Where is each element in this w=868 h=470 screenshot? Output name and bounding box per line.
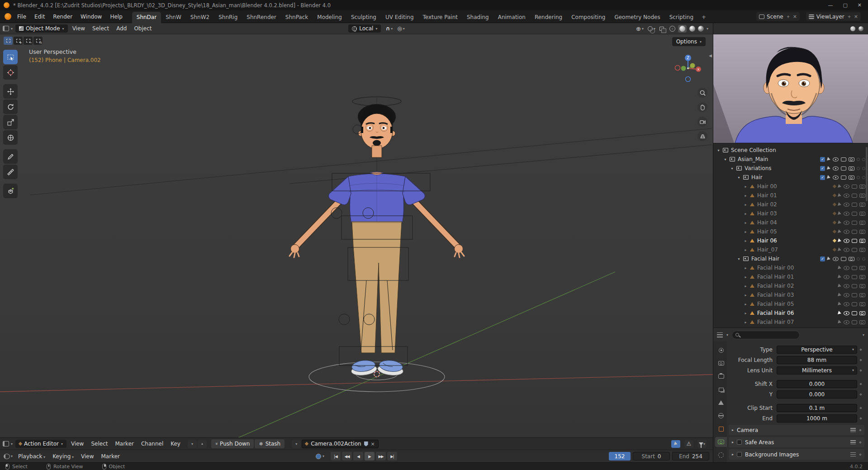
gizmos-dropdown[interactable]: ▾	[642, 27, 644, 31]
property-number-field[interactable]: 88 mm	[777, 356, 857, 364]
hide-eye-icon[interactable]	[844, 311, 849, 315]
fake-user-shield-icon[interactable]	[364, 442, 368, 446]
expand-arrow-icon[interactable]: ▸	[743, 194, 748, 198]
layer-prev-button[interactable]: ▾	[188, 440, 197, 448]
hide-eye-icon[interactable]	[844, 302, 849, 306]
collection-checkbox[interactable]: ✓	[820, 256, 825, 261]
disable-viewport-icon[interactable]	[852, 248, 857, 252]
holdout-icon[interactable]	[857, 176, 860, 179]
disable-render-icon[interactable]	[859, 302, 865, 306]
properties-tab-render[interactable]	[715, 358, 727, 368]
property-number-field[interactable]: 0.000	[777, 380, 857, 388]
animate-property-button[interactable]	[857, 383, 864, 385]
workspace-tab-shnrig[interactable]: ShnRig	[214, 12, 242, 23]
snap-magnet-icon[interactable]: ∩	[385, 26, 390, 31]
only-show-selected-button[interactable]	[671, 440, 680, 448]
expand-arrow-icon[interactable]: ▸	[743, 266, 748, 270]
stash-button[interactable]: ❄ Stash	[255, 439, 285, 448]
shading-material-button[interactable]	[689, 26, 695, 32]
outliner-row[interactable]: ▸Hair 06	[713, 236, 868, 245]
expand-arrow-icon[interactable]: ▸	[743, 230, 748, 234]
tool-transform[interactable]	[3, 130, 18, 145]
animate-property-button[interactable]	[857, 370, 864, 371]
properties-tab-object[interactable]	[715, 424, 727, 434]
panel-menu-icon[interactable]	[850, 452, 856, 456]
hide-eye-icon[interactable]	[844, 239, 849, 243]
disable-render-icon[interactable]	[859, 239, 865, 243]
selectability-icon[interactable]	[838, 266, 842, 270]
tool-annotate[interactable]	[3, 149, 18, 164]
disable-viewport-icon[interactable]	[841, 176, 846, 180]
play-reverse-button[interactable]: ◀	[353, 452, 363, 461]
panel-section-safe-areas[interactable]: ▸Safe Areas	[729, 437, 864, 447]
tool-scale[interactable]	[3, 115, 18, 129]
disable-viewport-icon[interactable]	[841, 157, 846, 161]
preview-shading-icon[interactable]	[850, 26, 855, 31]
workspace-tab-uv-editing[interactable]: UV Editing	[381, 12, 418, 23]
new-scene-button[interactable]: ＋	[786, 13, 791, 20]
hide-eye-icon[interactable]	[844, 293, 849, 297]
dope-editor-type-dropdown[interactable]: ▾	[11, 442, 13, 446]
outliner-row[interactable]: ▸Hair 04	[713, 218, 868, 227]
browse-action-button[interactable]: ▾	[292, 440, 301, 448]
timeline-menu-keying[interactable]: Keying ▾	[49, 452, 77, 461]
expand-arrow-icon[interactable]: ▸	[743, 239, 748, 243]
disable-render-icon[interactable]	[859, 266, 865, 270]
collection-checkbox[interactable]: ✓	[820, 175, 825, 180]
workspace-tab-animation[interactable]: Animation	[493, 12, 530, 23]
expand-arrow-icon[interactable]: ▾	[736, 176, 741, 180]
indirect-only-icon[interactable]	[862, 167, 865, 170]
hide-eye-icon[interactable]	[844, 320, 849, 324]
dope-menu-key[interactable]: Key	[167, 440, 184, 448]
outliner-row[interactable]: ▾Scene Collection	[713, 146, 868, 155]
hide-eye-icon[interactable]	[833, 157, 839, 161]
minimize-button[interactable]: —	[828, 2, 833, 8]
filter-button[interactable]: ▾	[697, 440, 707, 448]
proportional-editing-icon[interactable]: ◎	[397, 26, 402, 31]
disable-viewport-icon[interactable]	[852, 311, 857, 315]
push-down-button[interactable]: « Push Down	[211, 439, 254, 448]
outliner-row[interactable]: ▸Hair 01	[713, 191, 868, 200]
disable-render-icon[interactable]	[859, 194, 865, 198]
disable-viewport-icon[interactable]	[852, 194, 857, 198]
disable-viewport-icon[interactable]	[841, 257, 846, 261]
selectability-icon[interactable]	[838, 311, 842, 315]
disable-render-icon[interactable]	[859, 320, 865, 324]
expand-arrow-icon[interactable]: ▸	[743, 284, 748, 288]
panel-menu-icon[interactable]	[850, 428, 856, 432]
dope-menu-select[interactable]: Select	[87, 440, 111, 448]
timeline-editor-icon[interactable]	[4, 454, 10, 459]
disable-viewport-icon[interactable]	[852, 275, 857, 279]
menu-help[interactable]: Help	[106, 12, 126, 21]
animate-property-button[interactable]	[857, 407, 864, 409]
timeline-menu-view[interactable]: View	[77, 452, 97, 461]
options-button[interactable]: Options▾	[672, 37, 706, 46]
auto-keying-dropdown[interactable]: ▾	[323, 454, 324, 458]
expand-arrow-icon[interactable]: ▸	[743, 293, 748, 297]
panel-section-camera[interactable]: ▸Camera	[729, 425, 864, 435]
shading-solid-button[interactable]	[679, 26, 685, 32]
expand-arrow-icon[interactable]: ▸	[743, 302, 748, 306]
select-mode-intersect-button[interactable]: ∩	[33, 37, 43, 45]
selectability-icon[interactable]	[838, 293, 842, 297]
outliner-row[interactable]: ▸Facial Hair 00	[713, 263, 868, 272]
selectability-icon[interactable]	[838, 184, 842, 189]
workspace-tab-rendering[interactable]: Rendering	[530, 12, 567, 23]
disable-viewport-icon[interactable]	[852, 212, 857, 216]
animate-property-button[interactable]	[857, 418, 864, 419]
disable-render-icon[interactable]	[859, 311, 865, 315]
preview-render-icon[interactable]	[859, 26, 863, 31]
tool-select-box[interactable]	[3, 50, 18, 64]
selectability-icon[interactable]	[827, 175, 831, 180]
blender-menu-icon[interactable]	[5, 13, 11, 20]
section-checkbox[interactable]	[737, 440, 742, 445]
expand-arrow-icon[interactable]: ▾	[730, 166, 735, 171]
disable-render-icon[interactable]	[859, 185, 865, 189]
properties-tab-output[interactable]	[715, 371, 727, 381]
outliner-row[interactable]: ▾Asian_Main✓	[713, 155, 868, 164]
outliner-row[interactable]: ▸Facial Hair 07	[713, 318, 868, 327]
holdout-icon[interactable]	[857, 257, 860, 261]
frame-end-field[interactable]: End254	[672, 452, 709, 461]
viewport-menu-object[interactable]: Object	[130, 24, 155, 33]
disable-viewport-icon[interactable]	[852, 320, 857, 324]
